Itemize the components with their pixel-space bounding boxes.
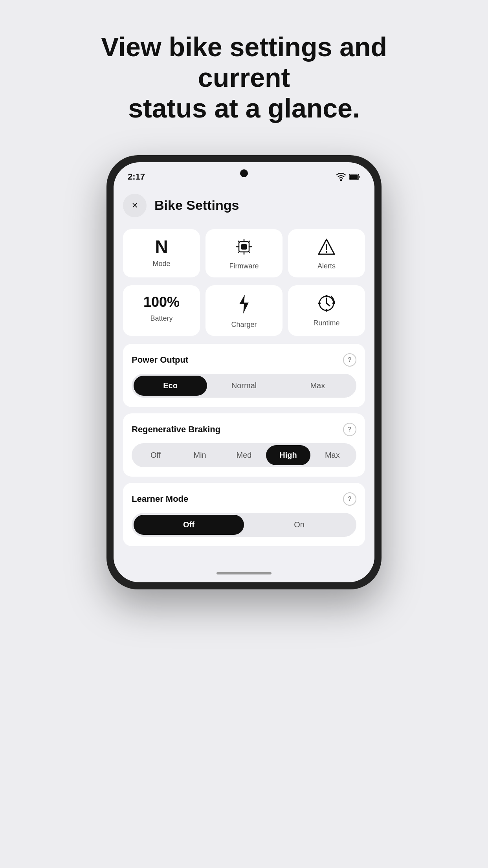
svg-point-19 xyxy=(318,302,321,305)
battery-card[interactable]: 100% Battery xyxy=(123,285,200,336)
firmware-label: Firmware xyxy=(229,262,259,270)
learner-on-button[interactable]: On xyxy=(244,515,354,535)
headline: View bike settings and currentstatus at … xyxy=(83,31,405,124)
regen-off-button[interactable]: Off xyxy=(134,445,178,465)
status-bar: 2:17 xyxy=(114,162,374,186)
svg-line-10 xyxy=(248,241,250,242)
svg-rect-1 xyxy=(350,174,358,179)
mode-label: Mode xyxy=(152,260,170,268)
runtime-card[interactable]: Runtime xyxy=(288,285,365,336)
firmware-card[interactable]: Firmware xyxy=(205,229,283,277)
battery-value: 100% xyxy=(143,294,180,310)
power-max-button[interactable]: Max xyxy=(281,376,354,396)
regen-high-button[interactable]: High xyxy=(266,445,310,465)
alerts-card[interactable]: Alerts xyxy=(288,229,365,277)
screen-content: × Bike Settings N Mode xyxy=(114,186,374,568)
help-icon-regen: ? xyxy=(348,426,352,433)
header-row: × Bike Settings xyxy=(123,194,365,217)
regen-braking-panel: Regenerative Braking ? Off Min Med High … xyxy=(123,413,365,477)
power-output-title: Power Output xyxy=(132,355,188,365)
wifi-icon xyxy=(336,173,346,181)
charger-card[interactable]: Charger xyxy=(205,285,283,336)
power-output-header: Power Output ? xyxy=(132,353,356,367)
regen-braking-help[interactable]: ? xyxy=(343,423,356,436)
power-output-help[interactable]: ? xyxy=(343,353,356,367)
mode-card[interactable]: N Mode xyxy=(123,229,200,277)
close-icon: × xyxy=(132,199,138,211)
alerts-icon xyxy=(317,238,336,258)
svg-marker-14 xyxy=(239,295,249,314)
charger-icon xyxy=(237,294,251,317)
regen-braking-header: Regenerative Braking ? xyxy=(132,423,356,436)
learner-off-button[interactable]: Off xyxy=(134,515,244,535)
learner-mode-help[interactable]: ? xyxy=(343,492,356,506)
firmware-icon xyxy=(235,238,253,258)
status-time: 2:17 xyxy=(128,172,145,182)
learner-mode-toggle: Off On xyxy=(132,513,356,537)
svg-line-9 xyxy=(248,251,250,253)
learner-mode-panel: Learner Mode ? Off On xyxy=(123,483,365,546)
page-title: Bike Settings xyxy=(154,198,239,213)
runtime-label: Runtime xyxy=(313,319,339,327)
regen-braking-title: Regenerative Braking xyxy=(132,424,220,435)
svg-line-17 xyxy=(327,303,330,306)
svg-point-18 xyxy=(325,295,328,297)
home-indicator xyxy=(216,572,272,574)
runtime-icon xyxy=(317,294,336,315)
close-button[interactable]: × xyxy=(123,194,147,217)
svg-point-13 xyxy=(326,251,327,252)
power-eco-button[interactable]: Eco xyxy=(134,376,207,396)
battery-icon xyxy=(349,174,360,180)
battery-label: Battery xyxy=(150,314,172,323)
regen-max-button[interactable]: Max xyxy=(310,445,354,465)
regen-min-button[interactable]: Min xyxy=(178,445,222,465)
status-icons xyxy=(336,173,360,181)
svg-point-21 xyxy=(325,309,328,312)
power-output-panel: Power Output ? Eco Normal Max xyxy=(123,344,365,407)
svg-rect-3 xyxy=(242,244,246,249)
help-icon: ? xyxy=(348,356,352,363)
mode-icon: N xyxy=(155,238,168,256)
alerts-label: Alerts xyxy=(317,262,336,270)
regen-braking-toggle: Off Min Med High Max xyxy=(132,443,356,467)
svg-line-8 xyxy=(238,241,240,242)
charger-label: Charger xyxy=(231,321,257,329)
phone-shell: 2:17 xyxy=(106,155,382,589)
page-wrapper: View bike settings and currentstatus at … xyxy=(0,16,488,589)
regen-med-button[interactable]: Med xyxy=(222,445,266,465)
cards-row-1: N Mode xyxy=(123,229,365,277)
help-icon-learner: ? xyxy=(348,495,352,503)
learner-mode-title: Learner Mode xyxy=(132,494,188,504)
power-normal-button[interactable]: Normal xyxy=(207,376,281,396)
learner-mode-header: Learner Mode ? xyxy=(132,492,356,506)
cards-row-2: 100% Battery Charger xyxy=(123,285,365,336)
power-output-toggle: Eco Normal Max xyxy=(132,374,356,398)
svg-line-11 xyxy=(238,251,240,253)
phone-inner: 2:17 xyxy=(114,162,374,582)
camera-notch xyxy=(240,169,248,177)
